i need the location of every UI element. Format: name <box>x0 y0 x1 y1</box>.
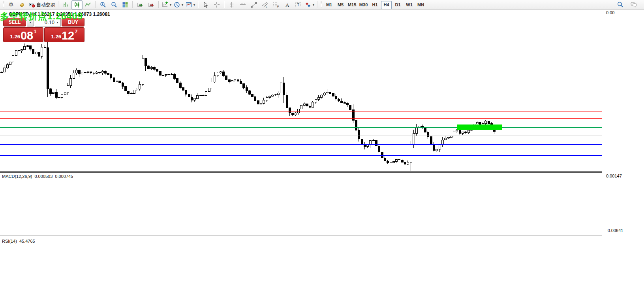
buy-price-small: 1.26 <box>51 34 61 40</box>
time-axis[interactable] <box>0 296 602 304</box>
timeframe-m1-button[interactable]: M1 <box>324 1 334 9</box>
toolbar-separator <box>158 1 159 8</box>
text-icon: A <box>284 2 290 8</box>
macd-axis-zero-label: 0.00 <box>606 10 614 15</box>
horizontal-line-button[interactable] <box>237 0 248 9</box>
macd-canvas[interactable] <box>0 173 602 236</box>
timeframe-h4-button[interactable]: H4 <box>381 1 392 9</box>
horizontal-line-icon <box>240 2 246 8</box>
periods-button[interactable]: ▾ <box>173 0 184 9</box>
toolbar-separator <box>317 1 318 8</box>
auto-scroll-icon <box>137 2 143 8</box>
svg-text:T: T <box>297 3 299 7</box>
sell-price-small: 1.26 <box>10 34 20 40</box>
main-chart-canvas[interactable] <box>0 10 602 171</box>
cursor-button[interactable] <box>200 0 211 9</box>
dropdown-arrow-icon[interactable]: ▾ <box>182 3 183 7</box>
templates-button[interactable]: ▾ <box>184 0 196 9</box>
sell-price-box[interactable]: 1.26 08 1 <box>3 27 43 42</box>
chart-annotation-text: 多空转折点1.26409 <box>0 10 83 23</box>
fibonacci-button[interactable]: F <box>270 0 282 9</box>
toolbar-separator <box>224 1 225 8</box>
market-watch-icon[interactable] <box>17 0 28 9</box>
buy-price-big: 12 <box>62 30 74 41</box>
timeframe-mn-button[interactable]: MN <box>415 1 426 9</box>
fibonacci-icon: F <box>273 2 279 8</box>
rsi-canvas[interactable] <box>0 237 602 296</box>
timeframe-h1-button[interactable]: H1 <box>370 1 380 9</box>
equidistant-channel-icon: E <box>262 2 268 8</box>
svg-text:F: F <box>277 5 279 8</box>
candlestick-chart-button[interactable] <box>71 0 83 9</box>
line-chart-button[interactable] <box>83 0 94 9</box>
toolbar-separator <box>58 1 59 8</box>
candles-layer <box>0 41 495 171</box>
new-order-button-label: 单 <box>9 2 13 8</box>
trendline-icon <box>251 2 257 8</box>
market-watch-icon-icon <box>19 2 25 8</box>
rsi-indicator-label: RSI(14) 45.4765 <box>2 239 35 244</box>
search-icon[interactable] <box>615 0 626 9</box>
chart-window: 0.00147 0.00 -0.00641 ▲ GBPUSD,H4 1.2621… <box>0 10 644 304</box>
auto-scroll-button[interactable] <box>135 0 146 9</box>
timeframe-d1-button[interactable]: D1 <box>392 1 403 9</box>
text-label-button[interactable]: T <box>293 0 304 9</box>
crosshair-icon <box>214 2 220 8</box>
tile-windows-button[interactable] <box>120 0 131 9</box>
buy-price-box[interactable]: 1.26 12 7 <box>44 27 84 42</box>
trendline-button[interactable] <box>248 0 259 9</box>
toolbar-drag-handle[interactable] <box>321 1 322 8</box>
zoom-out-button[interactable] <box>109 0 120 9</box>
vertical-line-button[interactable] <box>226 0 237 9</box>
toolbar-drag-handle[interactable] <box>3 1 4 8</box>
timeframe-m30-button[interactable]: M30 <box>358 1 369 9</box>
macd-axis-max-label: 0.00147 <box>606 174 622 178</box>
price-axis[interactable]: 0.00147 0.00 -0.00641 <box>602 10 644 304</box>
toolbar: 单自动交易▾▾▾EFAT▾M1M5M15M30H1H4D1W1MN <box>0 0 644 10</box>
indicators-button[interactable]: ▾ <box>161 0 173 9</box>
dropdown-arrow-icon[interactable]: ▾ <box>313 3 314 7</box>
svg-text:A: A <box>285 2 289 8</box>
autotrading-button[interactable]: 自动交易 <box>28 0 56 9</box>
toolbar-separator <box>132 1 133 8</box>
crosshair-button[interactable] <box>211 0 222 9</box>
text-button[interactable]: A <box>282 0 293 9</box>
highlight-rectangle[interactable] <box>457 125 502 130</box>
arrows-icon <box>305 2 311 8</box>
candlestick-chart-icon <box>74 2 80 8</box>
toolbar-separator <box>95 1 96 8</box>
zoom-out-icon <box>111 2 117 8</box>
vertical-line-icon <box>229 2 235 8</box>
autotrading-button-label: 自动交易 <box>36 2 55 8</box>
sell-price-big: 08 <box>21 30 33 41</box>
text-label-icon: T <box>295 2 301 8</box>
cursor-icon <box>203 2 209 8</box>
zoom-in-button[interactable] <box>98 0 109 9</box>
periods-icon <box>174 2 180 8</box>
timeframe-w1-button[interactable]: W1 <box>404 1 415 9</box>
timeframe-m15-button[interactable]: M15 <box>347 1 357 9</box>
chart-shift-button[interactable] <box>146 0 157 9</box>
autotrading-icon <box>29 2 35 8</box>
line-chart-icon <box>85 2 91 8</box>
timeframe-m5-button[interactable]: M5 <box>335 1 346 9</box>
macd-indicator-label: MACD(12,26,9) 0.000503 0.000745 <box>2 174 73 179</box>
dropdown-arrow-icon[interactable]: ▾ <box>193 3 195 7</box>
zoom-in-icon <box>100 2 106 8</box>
chat-icon[interactable] <box>628 0 639 9</box>
tile-windows-icon <box>122 2 128 8</box>
equidistant-channel-button[interactable]: E <box>259 0 270 9</box>
templates-icon <box>186 2 192 8</box>
dropdown-arrow-icon[interactable]: ▾ <box>170 3 171 7</box>
bar-chart-button[interactable] <box>60 0 71 9</box>
toolbar-separator <box>198 1 199 8</box>
chart-shift-icon <box>148 2 154 8</box>
new-order-button[interactable]: 单 <box>6 0 17 9</box>
arrows-button[interactable]: ▾ <box>304 0 315 9</box>
macd-axis-min-label: -0.00641 <box>606 228 623 233</box>
bar-chart-icon <box>63 2 69 8</box>
indicators-icon <box>162 2 168 8</box>
buy-price-sup: 7 <box>75 28 77 34</box>
sell-price-sup: 1 <box>34 28 36 34</box>
horizontal-lines-layer <box>0 111 602 155</box>
